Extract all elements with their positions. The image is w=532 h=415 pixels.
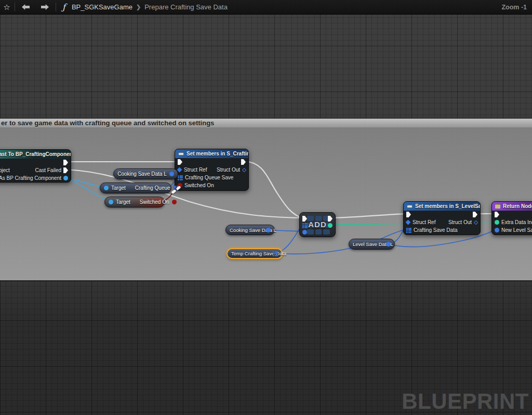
node-title: Return Node (503, 203, 532, 209)
struct-icon (178, 152, 184, 155)
pill-label: Switched On (140, 199, 169, 205)
node-header: Return Node (492, 202, 532, 211)
struct-ref-label: Struct Ref (413, 219, 435, 225)
node-set-members-s-levelsavedata[interactable]: Set members in S_LevelSaveData Struct Re… (403, 201, 481, 235)
as-component-object-pin[interactable] (63, 176, 68, 180)
array-pin[interactable] (406, 228, 411, 233)
blueprint-graph-canvas[interactable]: er to save game data with crafting queue… (0, 0, 532, 415)
exec-in-pin[interactable] (495, 212, 499, 217)
node-header: Set members in S_CraftingSave (175, 149, 248, 158)
extra-data-index-pin[interactable] (495, 220, 499, 225)
divider (15, 3, 15, 11)
node-set-members-s-craftingsave[interactable]: Set members in S_CraftingSave Struct Ref… (175, 149, 249, 191)
pill-label: Cooking Save Data L (117, 171, 167, 177)
object-pin-label: Object (0, 167, 10, 173)
target-label: Target (116, 199, 130, 205)
pill-label: Crafting Queue (135, 185, 170, 191)
struct-out-label: Struct Out (448, 219, 472, 225)
struct-out-label: Struct Out (217, 167, 240, 173)
pill-crafting-queue[interactable]: Target Crafting Queue (100, 183, 171, 193)
forward-arrow-icon (41, 4, 49, 10)
new-level-save-label: New Level Save Da (501, 227, 532, 233)
breadcrumb-function[interactable]: Prepare Crafting Save Data (144, 3, 228, 11)
function-icon: ƒ (62, 2, 65, 12)
pill-label: Cooking Save Data L (230, 227, 263, 233)
pill-cooking-save-data-top[interactable]: Cooking Save Data L (113, 168, 178, 179)
array-out-pin[interactable] (273, 251, 278, 256)
struct-out-pin[interactable] (242, 167, 246, 172)
nav-back-button[interactable] (16, 0, 35, 14)
struct-out-pin[interactable] (474, 220, 478, 224)
node-title: Set members in S_CraftingSave (187, 151, 248, 157)
return-index-pin[interactable] (328, 223, 332, 228)
struct-out-pin[interactable] (266, 228, 271, 232)
breadcrumb-separator: ❯ (136, 4, 141, 10)
exec-out-pin[interactable] (473, 212, 477, 217)
new-level-save-pin[interactable] (495, 228, 499, 232)
struct-out-pin[interactable] (386, 242, 391, 247)
exec-out-pin[interactable] (241, 159, 246, 165)
back-arrow-icon (22, 4, 30, 10)
as-component-pin-label: As BP Crafting Component (0, 175, 61, 181)
exec-out-pin[interactable] (63, 160, 68, 165)
node-title: Cast To BP_CraftingComponent (0, 151, 71, 157)
target-pin[interactable] (104, 186, 109, 190)
zoom-level-indicator: Zoom -1 (501, 4, 527, 11)
breadcrumb-blueprint[interactable]: BP_SGKSaveGame (72, 3, 132, 11)
struct-out-pin[interactable] (169, 172, 174, 176)
target-pin[interactable] (109, 200, 113, 204)
favorite-star-icon[interactable]: ☆ (0, 0, 14, 14)
pill-switched-on[interactable]: Target Switched On (104, 197, 165, 208)
pill-temp-crafting-save-data[interactable]: Temp Crafting Save Data (227, 248, 283, 259)
cast-failed-exec-pin[interactable] (63, 167, 68, 173)
pill-label: Level Save Data L (353, 241, 383, 247)
cast-failed-pin-label: Cast Failed (35, 167, 61, 173)
target-array-pin[interactable] (302, 223, 308, 228)
crafting-save-data-label: Crafting Save Data (414, 227, 458, 233)
node-title: Set members in S_LevelSaveData (415, 203, 480, 209)
node-header: Cast To BP_CraftingComponent (0, 150, 71, 159)
crafting-queue-save-label: Crafting Queue Save (185, 175, 233, 180)
divider (56, 3, 56, 11)
comment-title: er to save game data with crafting queue… (0, 119, 214, 127)
graph-toolbar: ☆ ƒ BP_SGKSaveGame ❯ Prepare Crafting Sa… (0, 0, 532, 15)
comment-header[interactable]: er to save game data with crafting queue… (0, 118, 532, 127)
nav-forward-button[interactable] (35, 0, 55, 14)
node-cast-to-bp-craftingcomponent[interactable]: Cast To BP_CraftingComponent Object Cast… (0, 149, 71, 183)
pill-label: Temp Crafting Save Data (231, 251, 270, 256)
exec-in-pin[interactable] (406, 212, 411, 217)
return-icon (495, 204, 500, 209)
node-header: Set members in S_LevelSaveData (404, 202, 480, 211)
array-pin[interactable] (178, 175, 183, 180)
pill-cooking-save-data-bottom[interactable]: Cooking Save Data L (225, 225, 275, 235)
struct-icon (407, 205, 413, 208)
extra-data-index-label: Extra Data Index (501, 219, 532, 225)
target-label: Target (111, 185, 126, 191)
new-item-pin[interactable] (302, 230, 307, 235)
bool-out-pin[interactable] (172, 200, 177, 204)
blueprint-watermark: BLUEPRINT (402, 389, 529, 414)
node-array-add[interactable]: ADD (299, 212, 336, 237)
struct-ref-label: Struct Ref (184, 167, 207, 173)
node-return[interactable]: Return Node Extra Data Index New Level S… (491, 201, 532, 235)
switched-on-label: Switched On (184, 183, 214, 188)
exec-in-pin[interactable] (178, 159, 182, 165)
pill-level-save-data[interactable]: Level Save Data L (349, 239, 395, 250)
struct-ref-pin[interactable] (406, 220, 411, 225)
